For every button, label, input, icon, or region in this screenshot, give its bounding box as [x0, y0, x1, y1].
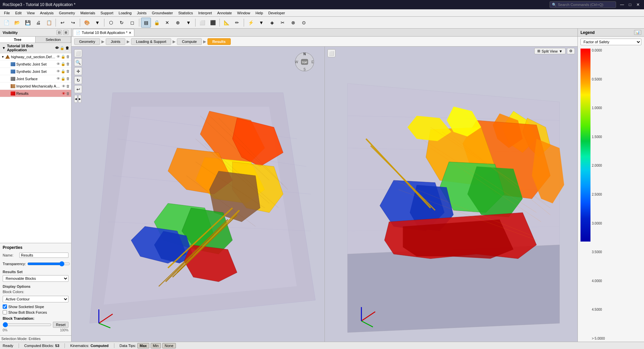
undo-button[interactable]: ↩	[58, 18, 67, 28]
results-vis-icon[interactable]: 👁	[62, 91, 65, 95]
menu-joints[interactable]: Joints	[134, 9, 149, 17]
annotate-tool-button[interactable]: ✏	[232, 18, 242, 28]
menu-view[interactable]: View	[24, 9, 38, 17]
right-zoom-extents-btn[interactable]: ⬜	[327, 49, 335, 57]
data-tips-max-button[interactable]: Max	[137, 343, 149, 348]
show-bolt-forces-checkbox[interactable]	[3, 310, 7, 314]
snap-dropdown[interactable]: ▼	[184, 18, 193, 28]
surface-lock-icon[interactable]: 🔒	[61, 77, 65, 81]
step-joints[interactable]: Joints	[106, 38, 125, 45]
tab-selection[interactable]: Selection	[36, 37, 71, 43]
joint2-lock-icon[interactable]: 🔒	[61, 69, 65, 74]
joint1-vis-icon[interactable]: 👁	[57, 62, 60, 66]
menu-edit[interactable]: Edit	[13, 9, 24, 17]
rotate-view-btn[interactable]: ↻	[74, 76, 82, 84]
pan-btn[interactable]: ✛	[74, 67, 82, 75]
tool1[interactable]: ⊗	[288, 18, 298, 28]
menu-annotate[interactable]: Annotate	[214, 9, 234, 17]
joint1-lock-icon[interactable]: 🔒	[61, 62, 65, 66]
surface-delete-icon[interactable]: 🗑	[66, 77, 70, 81]
joint2-vis-icon[interactable]: 👁	[57, 69, 60, 74]
menu-interpret[interactable]: Interpret	[195, 9, 214, 17]
imported-delete-icon[interactable]: 🗑	[66, 84, 70, 88]
menu-statistics[interactable]: Statistics	[176, 9, 195, 17]
sphere-button[interactable]: ⬛	[208, 18, 218, 28]
menu-materials[interactable]: Materials	[78, 9, 98, 17]
show-socketed-checkbox[interactable]	[3, 304, 7, 309]
surface-vis-icon[interactable]: 👁	[57, 77, 60, 81]
new-button[interactable]: 📄	[1, 18, 11, 28]
save-button[interactable]: 💾	[23, 18, 33, 28]
reset-button[interactable]: Reset	[53, 322, 68, 328]
menu-help[interactable]: Help	[253, 9, 266, 17]
data-tips-none-button[interactable]: None	[162, 343, 176, 348]
tree-item-results[interactable]: Results 👁 🗑	[0, 90, 71, 97]
results-set-dropdown[interactable]: Removable Blocks	[3, 275, 68, 282]
menu-geometry[interactable]: Geometry	[56, 9, 77, 17]
visibility-expand[interactable]: ⊞	[63, 30, 68, 35]
undo-view-btn[interactable]: ↩	[74, 85, 82, 93]
view-mode-button[interactable]: ▤	[141, 18, 151, 28]
minimize-button[interactable]: —	[619, 1, 625, 8]
highway-lock-icon[interactable]: 🔒	[61, 55, 65, 59]
tree-item-joint2[interactable]: Synthetic Joint Set 👁 🔒 🗑	[0, 68, 71, 75]
tab-tree[interactable]: Tree	[0, 37, 36, 43]
menu-loading[interactable]: Loading	[116, 9, 134, 17]
menu-support[interactable]: Support	[98, 9, 116, 17]
close-button[interactable]: ✕	[635, 1, 641, 8]
step-compute[interactable]: Compute	[177, 38, 202, 45]
bolt-button[interactable]: ⚡	[246, 18, 256, 28]
tree-item-highway[interactable]: ▼ highway_cut_section.Defa... 👁 🔒 🗑	[0, 53, 71, 61]
maximize-button[interactable]: □	[627, 1, 633, 8]
surface-tool[interactable]: ◈	[267, 18, 277, 28]
transparency-slider[interactable]	[27, 261, 70, 266]
menu-window[interactable]: Window	[234, 9, 253, 17]
joint2-delete-icon[interactable]: 🗑	[66, 69, 70, 74]
menu-file[interactable]: File	[1, 9, 13, 17]
print-button[interactable]: 🖨	[33, 18, 43, 28]
snap-button[interactable]: ⊕	[173, 18, 183, 28]
export-button[interactable]: 📋	[44, 18, 54, 28]
results-delete-icon[interactable]: 🗑	[66, 91, 70, 95]
step-geometry[interactable]: Geometry	[74, 38, 100, 45]
redo-button[interactable]: ↪	[68, 18, 78, 28]
visibility-collapse[interactable]: ⊟	[57, 30, 62, 35]
display-button[interactable]: ▼	[92, 18, 102, 28]
tree-item-imported[interactable]: Imported Mechanically Anchore... 👁 🗑	[0, 83, 71, 90]
box-button[interactable]: ⬜	[197, 18, 207, 28]
shrink-right[interactable]: ▶	[78, 95, 81, 103]
select-button[interactable]: ⬡	[106, 18, 116, 28]
highway-delete-icon[interactable]: 🗑	[66, 55, 70, 59]
data-tips-min-button[interactable]: Min	[151, 343, 161, 348]
menu-analysis[interactable]: Analysis	[37, 9, 56, 17]
bolt-dropdown[interactable]: ▼	[256, 18, 266, 28]
step-results[interactable]: Results	[207, 38, 231, 45]
shrink-left[interactable]: ◀	[74, 95, 77, 103]
perspective-button[interactable]: ◻	[127, 18, 137, 28]
zoom-extents-btn[interactable]: ⬜	[74, 49, 82, 57]
view-options-button[interactable]: ⚙	[567, 48, 575, 54]
tree-item-joint-surface[interactable]: Joint Surface 👁 🔒 🗑	[0, 75, 71, 83]
imported-vis-icon[interactable]: 👁	[62, 84, 65, 88]
legend-export-button[interactable]: 📊	[634, 30, 641, 35]
highway-vis-icon[interactable]: 👁	[57, 55, 60, 59]
lock-button[interactable]: 🔒	[152, 18, 162, 28]
search-box[interactable]: 🔍 Search Commands (Ctrl+Q)	[550, 1, 616, 8]
color-button[interactable]: 🎨	[82, 18, 92, 28]
menu-developer[interactable]: Developer	[266, 9, 288, 17]
step-loading[interactable]: Loading & Support	[131, 38, 171, 45]
right-viewport[interactable]: ⬜	[325, 47, 578, 342]
block-colors-dropdown[interactable]: Active Contour	[3, 296, 68, 302]
measure-button[interactable]: 📐	[221, 18, 231, 28]
doc-tab-close-button[interactable]: ✕	[129, 31, 131, 35]
tree-item-joint1[interactable]: Synthetic Joint Set 👁 🔒 🗑	[0, 61, 71, 68]
menu-groundwater[interactable]: Groundwater	[149, 9, 176, 17]
joint1-delete-icon[interactable]: 🗑	[66, 62, 70, 66]
doc-tab-tutorial[interactable]: 📄 Tutorial 10 Bolt Application * ✕	[73, 29, 134, 36]
rotate-button[interactable]: ↻	[117, 18, 127, 28]
split-view-button[interactable]: ⊞ Split View ▼	[534, 48, 566, 54]
zoom-in-btn[interactable]: 🔍	[74, 58, 82, 66]
tool2[interactable]: ⊙	[299, 18, 309, 28]
close-tool-button[interactable]: ✕	[162, 18, 172, 28]
left-viewport[interactable]: ⬜ 🔍 ✛ ↻ ↩ ◀ ▶ N S E	[71, 47, 325, 342]
